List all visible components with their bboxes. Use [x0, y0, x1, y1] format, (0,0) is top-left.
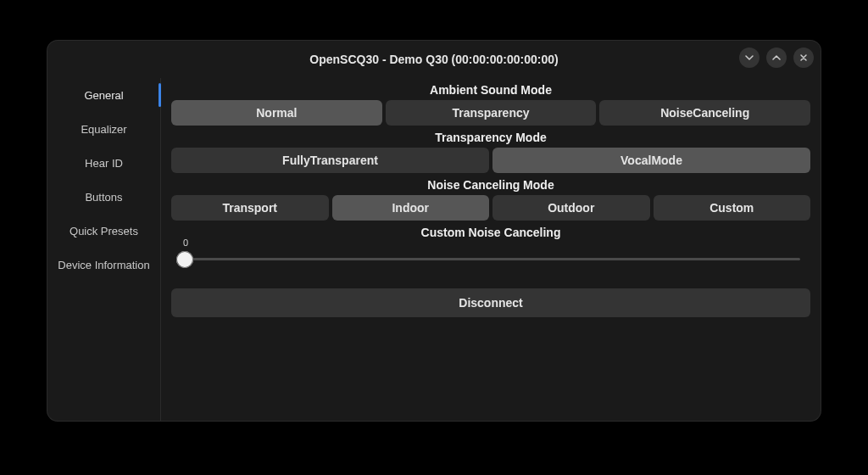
sidebar-item-label: Equalizer [81, 123, 126, 136]
window-controls [739, 48, 814, 68]
button-label: Outdoor [548, 201, 594, 215]
nc-outdoor-button[interactable]: Outdoor [492, 195, 650, 221]
nc-indoor-button[interactable]: Indoor [332, 195, 490, 221]
sidebar-item-hear-id[interactable]: Hear ID [47, 146, 160, 180]
transparency-mode-group: FullyTransparent VocalMode [171, 148, 810, 173]
transparency-fullytransparent-button[interactable]: FullyTransparent [171, 148, 489, 173]
sidebar-item-device-information[interactable]: Device Information [47, 248, 160, 282]
ambient-normal-button[interactable]: Normal [171, 100, 382, 126]
chevron-up-icon[interactable] [766, 48, 787, 68]
ambient-noisecanceling-button[interactable]: NoiseCanceling [599, 100, 810, 126]
sidebar-item-quick-presets[interactable]: Quick Presets [47, 214, 160, 248]
window-body: General Equalizer Hear ID Buttons Quick … [47, 78, 821, 421]
app-window: OpenSCQ30 - Demo Q30 (00:00:00:00:00:00)… [47, 41, 821, 421]
nc-custom-button[interactable]: Custom [654, 195, 811, 221]
noise-canceling-mode-label: Noise Canceling Mode [171, 178, 810, 192]
button-label: NoiseCanceling [660, 106, 749, 120]
sidebar-item-label: Hear ID [85, 157, 123, 170]
main-panel: Ambient Sound Mode Normal Transparency N… [161, 78, 821, 421]
button-label: VocalMode [620, 154, 682, 167]
button-label: Normal [256, 106, 297, 120]
ambient-transparency-button[interactable]: Transparency [386, 100, 597, 126]
transparency-mode-label: Transparency Mode [171, 131, 810, 144]
window-title: OpenSCQ30 - Demo Q30 (00:00:00:00:00:00) [309, 53, 558, 66]
sidebar-item-label: Device Information [58, 259, 149, 271]
slider-track [181, 258, 800, 260]
ambient-sound-mode-label: Ambient Sound Mode [171, 83, 810, 97]
sidebar-item-label: General [84, 89, 123, 102]
close-icon[interactable] [793, 48, 814, 68]
disconnect-button[interactable]: Disconnect [171, 288, 810, 317]
sidebar-item-general[interactable]: General [47, 78, 160, 112]
sidebar: General Equalizer Hear ID Buttons Quick … [47, 78, 161, 421]
slider-thumb[interactable] [176, 251, 193, 268]
sidebar-item-label: Buttons [85, 191, 122, 204]
sidebar-item-label: Quick Presets [70, 225, 138, 238]
custom-nc-slider[interactable]: 0 [175, 243, 807, 273]
button-label: Disconnect [459, 296, 522, 310]
ambient-sound-mode-group: Normal Transparency NoiseCanceling [171, 100, 810, 126]
button-label: Transparency [452, 106, 529, 120]
sidebar-item-buttons[interactable]: Buttons [47, 180, 160, 214]
sidebar-item-equalizer[interactable]: Equalizer [47, 112, 160, 146]
titlebar: OpenSCQ30 - Demo Q30 (00:00:00:00:00:00) [47, 41, 821, 78]
nc-transport-button[interactable]: Transport [171, 195, 329, 221]
transparency-vocalmode-button[interactable]: VocalMode [492, 148, 810, 173]
button-label: Indoor [392, 201, 429, 215]
custom-noise-canceling-label: Custom Noise Canceling [171, 226, 810, 239]
chevron-down-icon[interactable] [739, 48, 760, 68]
button-label: Transport [222, 201, 277, 215]
button-label: Custom [709, 201, 754, 215]
noise-canceling-mode-group: Transport Indoor Outdoor Custom [171, 195, 810, 221]
slider-value-label: 0 [183, 238, 188, 248]
button-label: FullyTransparent [282, 154, 378, 167]
